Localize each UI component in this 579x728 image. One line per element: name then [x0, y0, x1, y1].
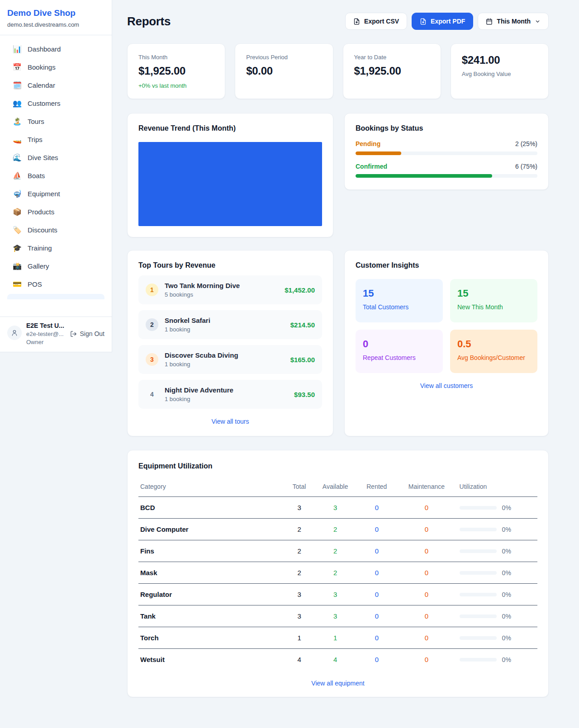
people-icon: 👥	[13, 99, 22, 108]
stat-value: $0.00	[246, 65, 322, 77]
table-row: Fins22000%	[138, 540, 537, 562]
cell-utilization: 0%	[458, 605, 537, 627]
sidebar-item-equipment[interactable]: 🤿 Equipment	[5, 185, 106, 202]
sidebar-item-dashboard[interactable]: 📊 Dashboard	[5, 41, 106, 57]
tour-bookings: 1 booking	[165, 326, 210, 333]
sidebar-item-dive-sites[interactable]: 🌊 Dive Sites	[5, 149, 106, 166]
revenue-trend-card: Revenue Trend (This Month)	[127, 113, 333, 237]
camera-icon: 📸	[13, 262, 22, 270]
tour-bookings: 5 bookings	[165, 291, 240, 298]
equipment-utilization-title: Equipment Utilization	[138, 462, 537, 470]
utilization-text: 0%	[502, 634, 511, 642]
top-tours-card: Top Tours by Revenue 1 Two Tank Morning …	[127, 250, 333, 436]
col-total: Total	[286, 478, 313, 497]
cell-total: 2	[286, 540, 313, 562]
export-csv-button[interactable]: Export CSV	[345, 13, 407, 30]
period-dropdown[interactable]: This Month	[478, 13, 549, 30]
sidebar-item-label: Products	[28, 208, 54, 216]
equipment-table-body: BCD33000%Dive Computer22000%Fins22000%Ma…	[138, 497, 537, 671]
charts-row: Revenue Trend (This Month) Bookings by S…	[127, 113, 549, 237]
tour-revenue: $93.50	[294, 391, 315, 398]
sign-out-icon	[70, 331, 77, 337]
person-icon	[11, 329, 18, 336]
tile-label: Avg Bookings/Customer	[457, 354, 530, 361]
diving-mask-icon: 🤿	[13, 189, 22, 198]
stat-value: $1,925.00	[138, 65, 214, 77]
cell-total: 2	[286, 519, 313, 540]
cell-category: Mask	[138, 562, 286, 584]
export-csv-label: Export CSV	[364, 18, 399, 25]
stat-card-this-month: This Month $1,925.00 +0% vs last month	[127, 43, 225, 99]
sidebar-item-reports-partial[interactable]	[7, 294, 104, 299]
utilization-text: 0%	[502, 613, 511, 620]
sign-out-label: Sign Out	[80, 330, 104, 337]
col-maintenance: Maintenance	[395, 478, 457, 497]
sidebar-item-gallery[interactable]: 📸 Gallery	[5, 258, 106, 274]
sidebar-item-boats[interactable]: ⛵ Boats	[5, 167, 106, 184]
customer-insights-title: Customer Insights	[356, 261, 537, 269]
reports-page: Demo Dive Shop demo.test.divestreams.com…	[0, 0, 579, 728]
tile-value: 15	[457, 288, 530, 299]
tour-revenue: $165.00	[290, 356, 315, 364]
sidebar-item-products[interactable]: 📦 Products	[5, 203, 106, 220]
col-available: Available	[313, 478, 358, 497]
col-utilization: Utilization	[458, 478, 537, 497]
table-row: Regulator33000%	[138, 584, 537, 605]
progress-track	[356, 151, 537, 155]
cell-rented: 0	[358, 605, 395, 627]
tile-label: Total Customers	[363, 303, 436, 311]
sidebar-item-label: Gallery	[28, 262, 49, 270]
export-pdf-button[interactable]: Export PDF	[412, 13, 473, 30]
tile-value: 0.5	[457, 338, 530, 350]
sidebar-item-tours[interactable]: 🏝️ Tours	[5, 113, 106, 130]
bar-chart-icon: 📊	[13, 45, 22, 53]
revenue-trend-chart	[138, 142, 322, 226]
equipment-table: Category Total Available Rented Maintena…	[138, 478, 537, 671]
sidebar-nav: 📊 Dashboard 📅 Bookings 🗓️ Calendar 👥 Cus…	[0, 35, 112, 317]
view-all-equipment-link[interactable]: View all equipment	[138, 680, 537, 687]
tour-name: Discover Scuba Diving	[165, 351, 238, 359]
sidebar-item-customers[interactable]: 👥 Customers	[5, 95, 106, 112]
cell-total: 4	[286, 649, 313, 671]
stat-delta: +0% vs last month	[138, 82, 214, 89]
cell-available: 1	[313, 627, 358, 649]
tour-list-item: 2 Snorkel Safari 1 booking $214.50	[138, 310, 322, 339]
cell-total: 3	[286, 584, 313, 605]
utilization-track	[460, 636, 497, 640]
tour-name: Snorkel Safari	[165, 317, 210, 324]
sidebar-item-discounts[interactable]: 🏷️ Discounts	[5, 222, 106, 238]
sign-out-button[interactable]: Sign Out	[70, 330, 104, 337]
equipment-utilization-card: Equipment Utilization Category Total Ava…	[127, 450, 549, 697]
sidebar-item-calendar[interactable]: 🗓️ Calendar	[5, 77, 106, 94]
brand-block[interactable]: Demo Dive Shop demo.test.divestreams.com	[0, 0, 112, 35]
insight-tiles: 15 Total Customers 15 New This Month 0 R…	[356, 279, 537, 373]
sidebar-item-label: Trips	[28, 136, 43, 143]
sidebar-item-pos[interactable]: 💳 POS	[5, 276, 106, 293]
stat-card-year-to-date: Year to Date $1,925.00	[343, 43, 441, 99]
page-title: Reports	[127, 14, 171, 28]
sidebar-item-trips[interactable]: 🚤 Trips	[5, 131, 106, 148]
island-icon: 🏝️	[13, 117, 22, 126]
sidebar-user-footer: E2E Test U... e2e-tester@... Owner Sign …	[0, 317, 112, 352]
cell-rented: 0	[358, 540, 395, 562]
cell-maintenance: 0	[395, 584, 457, 605]
utilization-text: 0%	[502, 526, 511, 533]
cell-maintenance: 0	[395, 519, 457, 540]
cell-maintenance: 0	[395, 562, 457, 584]
sidebar-item-label: Training	[28, 244, 52, 252]
view-all-tours-link[interactable]: View all tours	[138, 418, 322, 425]
cell-category: Dive Computer	[138, 519, 286, 540]
stat-value: $1,925.00	[354, 65, 430, 77]
sidebar-item-bookings[interactable]: 📅 Bookings	[5, 59, 106, 76]
cell-available: 3	[313, 497, 358, 519]
bookings-by-status-card: Bookings by Status Pending 2 (25%) Confi…	[344, 113, 549, 190]
sidebar-item-label: Dashboard	[28, 45, 61, 53]
view-all-customers-link[interactable]: View all customers	[356, 382, 537, 389]
cell-category: Torch	[138, 627, 286, 649]
cell-category: Regulator	[138, 584, 286, 605]
utilization-track	[460, 593, 497, 596]
stat-label: Avg Booking Value	[462, 71, 537, 77]
table-header-row: Category Total Available Rented Maintena…	[138, 478, 537, 497]
sidebar-item-training[interactable]: 🎓 Training	[5, 240, 106, 256]
tour-bookings: 1 booking	[165, 396, 233, 402]
